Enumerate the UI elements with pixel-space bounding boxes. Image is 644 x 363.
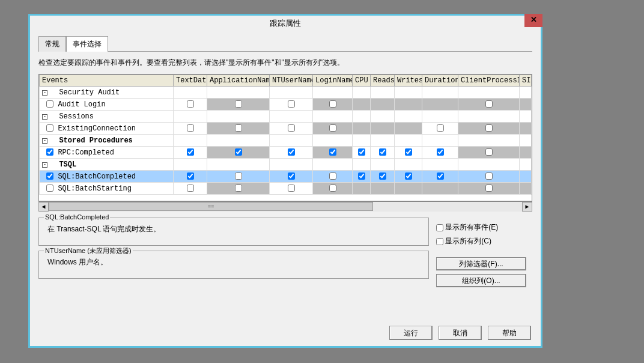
grid-cell[interactable] <box>422 147 458 159</box>
table-row[interactable]: SQL:BatchStarting <box>40 183 532 195</box>
cell-checkbox[interactable] <box>235 100 242 108</box>
cell-checkbox[interactable] <box>288 148 295 156</box>
table-row[interactable]: - Security Audit <box>40 87 532 99</box>
cell-checkbox[interactable] <box>235 172 242 180</box>
table-row[interactable]: SQL:BatchCompleted <box>40 171 532 183</box>
col-header-ntusername[interactable]: NTUserName <box>270 75 313 87</box>
scroll-right-arrow[interactable]: ► <box>522 202 532 212</box>
grid-cell[interactable] <box>395 147 422 159</box>
help-button[interactable]: 帮助 <box>488 326 531 340</box>
grid-cell[interactable] <box>174 123 207 135</box>
grid-cell[interactable] <box>270 147 313 159</box>
grid-cell[interactable] <box>207 171 270 183</box>
close-button[interactable]: ✕ <box>524 14 542 27</box>
grid-cell[interactable] <box>371 171 395 183</box>
table-row[interactable]: RPC:Completed <box>40 147 532 159</box>
grid-cell[interactable] <box>458 171 520 183</box>
col-header-loginname[interactable]: LoginName <box>313 75 353 87</box>
grid-cell[interactable] <box>353 147 371 159</box>
cell-checkbox[interactable] <box>485 100 493 108</box>
grid-cell[interactable] <box>422 171 458 183</box>
col-header-si[interactable]: SI <box>520 75 532 87</box>
cell-checkbox[interactable] <box>235 124 242 132</box>
cell-checkbox[interactable] <box>187 185 194 192</box>
col-header-applicationname[interactable]: ApplicationName <box>207 75 270 87</box>
grid-cell[interactable] <box>174 183 207 195</box>
cell-checkbox[interactable] <box>288 100 295 108</box>
event-checkbox[interactable] <box>46 100 53 108</box>
cell-checkbox[interactable] <box>485 185 493 192</box>
event-checkbox[interactable] <box>46 148 53 156</box>
cell-checkbox[interactable] <box>329 172 336 180</box>
grid-cell[interactable] <box>207 99 270 111</box>
cell-checkbox[interactable] <box>329 124 336 132</box>
cell-checkbox[interactable] <box>437 172 444 180</box>
grid-cell[interactable] <box>174 171 207 183</box>
cell-checkbox[interactable] <box>187 148 194 156</box>
cell-checkbox[interactable] <box>329 100 336 108</box>
cell-checkbox[interactable] <box>187 172 194 180</box>
scroll-track[interactable] <box>49 202 522 212</box>
grid-cell[interactable] <box>174 99 207 111</box>
tab-events[interactable]: 事件选择 <box>66 36 108 52</box>
grid-cell[interactable] <box>207 147 270 159</box>
event-checkbox[interactable] <box>46 124 53 132</box>
grid-cell[interactable] <box>207 183 270 195</box>
cell-checkbox[interactable] <box>379 172 386 180</box>
run-button[interactable]: 运行 <box>389 326 433 340</box>
event-checkbox[interactable] <box>46 185 53 192</box>
grid-cell[interactable] <box>313 99 353 111</box>
grid-cell[interactable] <box>458 147 520 159</box>
cell-checkbox[interactable] <box>288 172 295 180</box>
cell-checkbox[interactable] <box>329 185 336 192</box>
event-checkbox[interactable] <box>46 172 53 180</box>
cell-checkbox[interactable] <box>235 148 242 156</box>
cell-checkbox[interactable] <box>358 148 365 156</box>
grid-cell[interactable] <box>458 183 520 195</box>
collapse-icon[interactable]: - <box>42 162 47 168</box>
grid-cell[interactable] <box>270 123 313 135</box>
col-header-events[interactable]: Events <box>40 75 174 87</box>
cell-checkbox[interactable] <box>288 124 295 132</box>
tab-general[interactable]: 常规 <box>38 36 66 52</box>
collapse-icon[interactable]: - <box>42 138 47 144</box>
cell-checkbox[interactable] <box>437 148 444 156</box>
cell-checkbox[interactable] <box>405 172 412 180</box>
grid-cell[interactable] <box>458 123 520 135</box>
grid-cell[interactable] <box>174 147 207 159</box>
show-all-columns-checkbox[interactable] <box>436 238 443 245</box>
grid-cell[interactable] <box>313 183 353 195</box>
cell-checkbox[interactable] <box>288 185 295 192</box>
cell-checkbox[interactable] <box>405 148 412 156</box>
col-header-reads[interactable]: Reads <box>371 75 395 87</box>
scroll-thumb[interactable] <box>49 202 373 211</box>
col-header-textdata[interactable]: TextData <box>174 75 207 87</box>
col-header-cpu[interactable]: CPU <box>353 75 371 87</box>
table-row[interactable]: Audit Login <box>40 99 532 111</box>
table-row[interactable]: - Stored Procedures <box>40 135 532 147</box>
grid-cell[interactable] <box>353 171 371 183</box>
cell-checkbox[interactable] <box>485 172 493 180</box>
cancel-button[interactable]: 取消 <box>439 326 482 340</box>
cell-checkbox[interactable] <box>379 148 386 156</box>
grid-cell[interactable] <box>395 171 422 183</box>
collapse-icon[interactable]: - <box>42 90 47 96</box>
grid-cell[interactable] <box>207 123 270 135</box>
cell-checkbox[interactable] <box>437 124 444 132</box>
table-row[interactable]: ExistingConnection <box>40 123 532 135</box>
grid-cell[interactable] <box>313 171 353 183</box>
grid-cell[interactable] <box>313 123 353 135</box>
collapse-icon[interactable]: - <box>42 114 47 120</box>
col-header-duration[interactable]: Duration <box>422 75 458 87</box>
cell-checkbox[interactable] <box>485 148 493 156</box>
col-header-clientprocessid[interactable]: ClientProcessID <box>458 75 520 87</box>
cell-checkbox[interactable] <box>358 172 365 180</box>
show-all-events-checkbox[interactable] <box>436 224 443 231</box>
horizontal-scrollbar[interactable]: ◄ ► <box>38 201 532 212</box>
grid-cell[interactable] <box>371 147 395 159</box>
grid-cell[interactable] <box>270 183 313 195</box>
grid-cell[interactable] <box>422 123 458 135</box>
cell-checkbox[interactable] <box>485 124 493 132</box>
cell-checkbox[interactable] <box>187 124 194 132</box>
show-all-columns-option[interactable]: 显示所有列(C) <box>436 236 532 246</box>
